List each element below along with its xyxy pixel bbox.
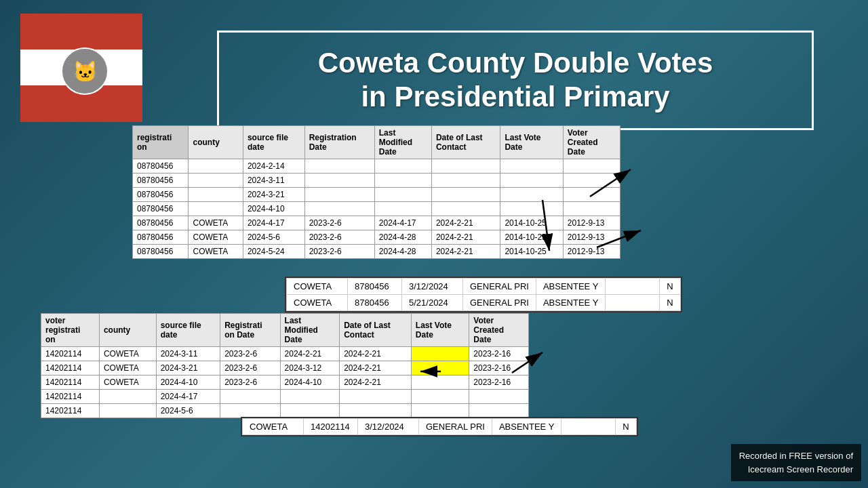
vote-record-cell: 5/21/2024 <box>402 295 463 311</box>
vote-record-cell: COWETA <box>287 295 348 311</box>
upper-table-cell: COWETA <box>189 245 243 259</box>
upper-table-cell: 08780456 <box>133 174 189 188</box>
upper-table-row: 087804562024-2-14 <box>133 159 620 174</box>
bottom-vote-cell: N <box>616 419 636 435</box>
upper-table-cell: 2012-9-13 <box>563 216 620 230</box>
lower-table-cell <box>340 390 412 404</box>
col-last-modified: LastModifiedDate <box>374 126 431 159</box>
bottom-vote-cell: COWETA <box>243 419 304 435</box>
lower-table-cell: 2024-5-6 <box>156 404 220 418</box>
upper-table-cell <box>189 202 243 216</box>
lower-table-cell: 14202114 <box>41 375 100 390</box>
upper-table-cell: 2012-9-13 <box>563 230 620 245</box>
lower-table-cell <box>411 375 469 390</box>
bottom-vote-cell: ABSENTEE Y <box>492 419 561 435</box>
lower-table-row: 14202114COWETA2024-4-102023-2-62024-4-10… <box>41 375 529 390</box>
upper-table-cell <box>189 188 243 202</box>
upper-table-cell: 2023-2-6 <box>304 230 374 245</box>
upper-table-cell: 08780456 <box>133 216 189 230</box>
upper-table-cell <box>189 159 243 174</box>
lower-table-row: 142021142024-4-17 <box>41 390 529 404</box>
logo-area: ★ ★ ★ ★ ★ ★ ★ 🐱 <box>20 14 156 136</box>
watermark-line2: Icecream Screen Recorder <box>748 464 853 474</box>
lower-table-container: voterregistration county source filedate… <box>41 313 848 418</box>
col-source-file-date: source filedate <box>243 126 304 159</box>
bottom-vote-cell: GENERAL PRI <box>419 419 492 435</box>
upper-table-cell: 2014-10-25 <box>500 230 563 245</box>
lower-col-source-file: source filedate <box>156 314 220 347</box>
upper-table-cell: 08780456 <box>133 159 189 174</box>
vote-record-cell: ABSENTEE Y <box>536 295 605 311</box>
upper-table-cell: COWETA <box>189 216 243 230</box>
upper-table-cell: 2024-3-21 <box>243 188 304 202</box>
title-text: Coweta County Double Votes in Presidenti… <box>239 46 791 115</box>
vote-record-cell: N <box>660 295 680 311</box>
lower-table-cell <box>99 404 156 418</box>
upper-table-cell <box>374 159 431 174</box>
vote-record-cell: N <box>660 279 680 295</box>
lower-table-cell: 14202114 <box>41 390 100 404</box>
col-last-vote-date: Last VoteDate <box>500 126 563 159</box>
lower-table-cell: 2023-2-16 <box>469 361 529 375</box>
col-date-last-contact: Date of LastContact <box>431 126 500 159</box>
lower-col-voter-reg: voterregistration <box>41 314 100 347</box>
lower-col-last-vote: Last VoteDate <box>411 314 469 347</box>
lower-table-cell <box>469 404 529 418</box>
lower-table-body: 14202114COWETA2024-3-112023-2-62024-2-21… <box>41 347 529 418</box>
lower-table-cell <box>411 390 469 404</box>
upper-table-cell: 2024-5-6 <box>243 230 304 245</box>
lower-table-cell <box>411 361 469 375</box>
upper-table-body: 087804562024-2-14087804562024-3-11087804… <box>133 159 620 259</box>
bottom-vote-record-table: COWETA142021143/12/2024GENERAL PRIABSENT… <box>242 418 637 435</box>
upper-table-cell <box>500 174 563 188</box>
upper-table-cell: 2024-2-21 <box>431 245 500 259</box>
upper-table-row: 087804562024-3-11 <box>133 174 620 188</box>
upper-table-row: 08780456COWETA2024-5-62023-2-62024-4-282… <box>133 230 620 245</box>
upper-table-container: registration county source filedate Regi… <box>132 125 848 259</box>
bottom-vote-record-body: COWETA142021143/12/2024GENERAL PRIABSENT… <box>243 419 637 435</box>
upper-table-cell <box>304 174 374 188</box>
upper-table-cell <box>431 174 500 188</box>
lower-table-cell <box>411 347 469 361</box>
bottom-vote-record: COWETA142021143/12/2024GENERAL PRIABSENT… <box>241 417 638 436</box>
vote-record-row: COWETA87804565/21/2024GENERAL PRIABSENTE… <box>287 295 681 311</box>
lower-table-cell: 2024-3-12 <box>280 361 340 375</box>
title-line2: in Presidential Primary <box>361 81 669 113</box>
lower-col-county: county <box>99 314 156 347</box>
lower-table-cell <box>220 390 280 404</box>
upper-table-row: 08780456COWETA2024-4-172023-2-62024-4-17… <box>133 216 620 230</box>
vote-records-1: COWETA87804563/12/2024GENERAL PRIABSENTE… <box>285 277 682 312</box>
lower-table-row: 14202114COWETA2024-3-112023-2-62024-2-21… <box>41 347 529 361</box>
lower-table-cell: 2023-2-16 <box>469 347 529 361</box>
lower-col-reg-date: Registration Date <box>220 314 280 347</box>
upper-table-cell: 2024-5-24 <box>243 245 304 259</box>
upper-table-row: 087804562024-3-21 <box>133 188 620 202</box>
lower-table-cell: 2024-4-10 <box>280 375 340 390</box>
lower-table-cell: 2024-2-21 <box>340 347 412 361</box>
lower-table-cell <box>340 404 412 418</box>
lower-table-cell: 14202114 <box>41 361 100 375</box>
vote-record-cell: GENERAL PRI <box>463 279 536 295</box>
upper-table-cell <box>374 202 431 216</box>
lower-table-cell: 2024-3-11 <box>156 347 220 361</box>
upper-table-cell <box>563 202 620 216</box>
lower-table-cell <box>99 390 156 404</box>
lower-table-cell: COWETA <box>99 361 156 375</box>
lower-table-cell: COWETA <box>99 347 156 361</box>
lower-table-cell <box>411 404 469 418</box>
vote-records-1-body: COWETA87804563/12/2024GENERAL PRIABSENTE… <box>287 279 681 311</box>
upper-table-cell: 2014-10-25 <box>500 216 563 230</box>
upper-table-cell: 08780456 <box>133 202 189 216</box>
upper-table-cell: 08780456 <box>133 188 189 202</box>
bottom-vote-cell <box>561 419 616 435</box>
lower-table-cell <box>469 390 529 404</box>
lower-table-cell: 2024-2-21 <box>280 347 340 361</box>
title-box: Coweta County Double Votes in Presidenti… <box>217 30 814 130</box>
upper-table-cell <box>304 202 374 216</box>
col-county: county <box>189 126 243 159</box>
upper-table-cell <box>374 174 431 188</box>
upper-table-cell: 2023-2-6 <box>304 245 374 259</box>
upper-table-cell: 2024-4-28 <box>374 245 431 259</box>
lower-table-cell: 2023-2-6 <box>220 361 280 375</box>
upper-table-cell <box>563 174 620 188</box>
